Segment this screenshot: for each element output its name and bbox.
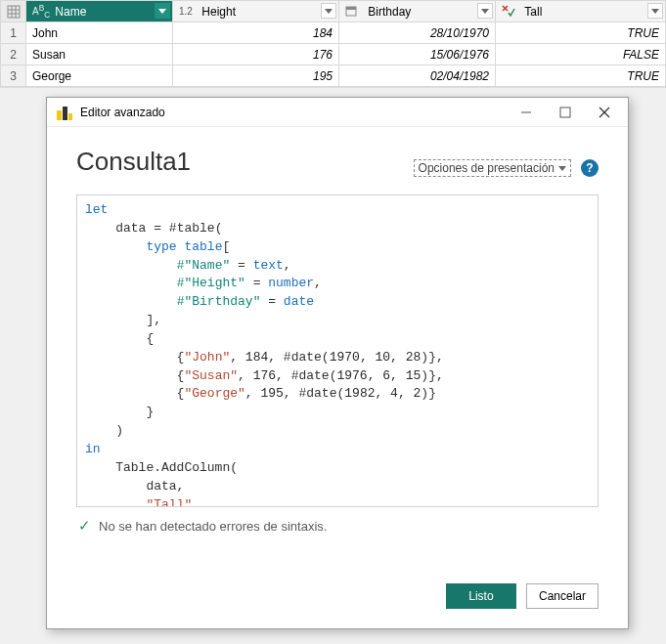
cell-tall[interactable]: FALSE <box>496 44 666 65</box>
table-row[interactable]: 1 John 184 28/10/1970 TRUE <box>1 22 666 44</box>
svg-marker-5 <box>158 9 166 14</box>
column-label: Birthday <box>368 5 411 19</box>
ok-button[interactable]: Listo <box>446 583 516 609</box>
cell-tall[interactable]: TRUE <box>496 22 666 44</box>
advanced-editor-dialog: Editor avanzado Consulta1 Opciones de pr… <box>46 97 629 629</box>
table-icon <box>7 5 21 19</box>
data-grid[interactable]: ABC Name 1.2 Height <box>0 0 666 87</box>
status-text: No se han detectado errores de sintaxis. <box>99 519 327 534</box>
checkmark-icon: ✓ <box>78 517 91 535</box>
column-dropdown-icon[interactable] <box>647 3 663 19</box>
query-data-table: ABC Name 1.2 Height <box>0 0 666 88</box>
table-row[interactable]: 3 George 195 02/04/1982 TRUE <box>1 65 666 87</box>
display-options-label: Opciones de presentación <box>419 161 555 175</box>
dialog-titlebar[interactable]: Editor avanzado <box>47 98 628 127</box>
table-row[interactable]: 2 Susan 176 15/06/1976 FALSE <box>1 44 666 65</box>
svg-marker-17 <box>558 166 566 171</box>
cell-height[interactable]: 176 <box>173 44 339 65</box>
chevron-down-icon <box>558 164 566 172</box>
cell-birthday[interactable]: 02/04/1982 <box>339 65 496 87</box>
row-number: 3 <box>1 65 26 87</box>
column-dropdown-icon[interactable] <box>155 3 170 19</box>
syntax-status: ✓ No se han detectado errores de sintaxi… <box>76 507 599 535</box>
column-header-birthday[interactable]: Birthday <box>339 1 496 22</box>
display-options-dropdown[interactable]: Opciones de presentación <box>414 159 571 177</box>
number-type-icon: 1.2 <box>179 6 197 17</box>
row-number: 2 <box>1 44 26 65</box>
column-header-name[interactable]: ABC Name <box>26 1 173 22</box>
column-header-height[interactable]: 1.2 Height <box>173 1 339 22</box>
maximize-button[interactable] <box>546 99 585 126</box>
m-code-editor[interactable]: let data = #table( type table[ #"Name" =… <box>76 194 599 507</box>
cell-name[interactable]: John <box>26 22 173 44</box>
cell-birthday[interactable]: 15/06/1976 <box>339 44 496 65</box>
svg-rect-8 <box>346 7 356 10</box>
svg-marker-9 <box>481 9 489 14</box>
text-type-icon: ABC <box>32 3 50 20</box>
svg-rect-0 <box>8 6 20 18</box>
column-dropdown-icon[interactable] <box>321 3 336 19</box>
svg-marker-12 <box>651 9 659 14</box>
date-type-icon <box>345 5 363 19</box>
select-all-header[interactable] <box>1 1 26 22</box>
help-icon[interactable]: ? <box>581 159 599 177</box>
dialog-title: Editor avanzado <box>80 106 507 119</box>
cell-height[interactable]: 184 <box>173 22 339 44</box>
query-name-heading: Consulta1 <box>76 147 191 177</box>
cell-tall[interactable]: TRUE <box>496 65 666 87</box>
app-icon <box>57 105 72 120</box>
column-dropdown-icon[interactable] <box>477 3 493 19</box>
svg-rect-14 <box>560 107 570 117</box>
cell-name[interactable]: George <box>26 65 173 87</box>
row-number: 1 <box>1 22 26 44</box>
minimize-button[interactable] <box>507 99 546 126</box>
column-label: Name <box>55 5 86 19</box>
cell-height[interactable]: 195 <box>173 65 339 87</box>
cell-birthday[interactable]: 28/10/1970 <box>339 22 496 44</box>
cell-name[interactable]: Susan <box>26 44 173 65</box>
logical-type-icon <box>502 5 519 19</box>
cancel-button[interactable]: Cancelar <box>526 583 599 609</box>
close-button[interactable] <box>585 99 624 126</box>
column-header-tall[interactable]: Tall <box>496 1 666 22</box>
column-label: Height <box>201 5 236 19</box>
svg-marker-6 <box>325 9 333 14</box>
column-label: Tall <box>524 5 542 19</box>
